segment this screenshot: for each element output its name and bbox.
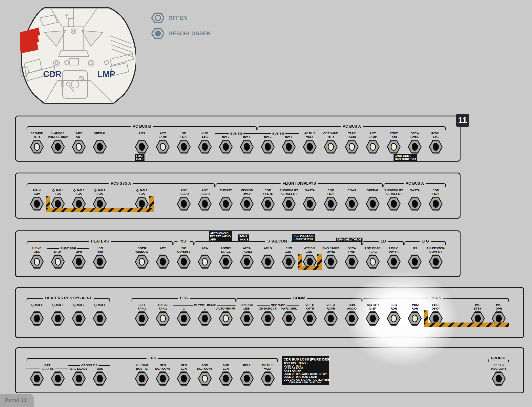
breaker-cdr-fdai-ac-bus-a[interactable]: CDRFDAI <box>425 189 447 211</box>
breaker-sec-s-bd-pwr-ampl[interactable]: PWR AMPL <box>278 303 300 326</box>
breaker-vhf-a-rcvr[interactable]: VHF ARCVR <box>319 303 342 326</box>
breaker-glycol-pump-1[interactable]: 1 <box>194 303 216 326</box>
breaker-asc-eca[interactable]: ASCECA <box>215 363 237 386</box>
breaker-imu-opr[interactable]: IMUOPR <box>487 303 510 326</box>
breaker-cross-tie-bal-loads[interactable]: BAL LOADS <box>68 363 90 386</box>
breaker-atca-pgns[interactable]: ATCA(PGNS) <box>236 247 258 269</box>
breaker-cdr-fdai[interactable]: CDRFDAI <box>319 189 342 211</box>
breaker-se-wind-htr[interactable]: SE WINDHTR <box>26 132 48 154</box>
legend-closed: GESCHLOSSEN <box>152 28 211 39</box>
breaker-des-eca[interactable]: DESECA <box>173 363 195 386</box>
breaker-gasta[interactable]: GASTA <box>299 189 321 211</box>
breaker-label: RNG/RNG RTALT/ALT RT <box>277 189 301 196</box>
breaker-des-he-reg-vent[interactable]: DES HeREG/VENT <box>487 363 510 386</box>
breaker-cdr-x-pntr[interactable]: CDRX-PNTR <box>257 189 279 211</box>
breaker-pgns-rndz-rdr[interactable]: RNDZRDR <box>403 303 426 326</box>
breaker-cross-tie-bus[interactable]: BUS <box>89 363 111 386</box>
breaker-sig-condr-1[interactable]: SIGCONDR 1 <box>173 247 195 269</box>
breaker-ac-bus-b-bus-tie-inv-2[interactable]: INV 2 <box>215 132 237 154</box>
breaker-mission-timer[interactable]: MISSIONTIMER <box>236 189 258 211</box>
breaker-hex-icon <box>131 311 153 326</box>
breaker-anun-dock-compnt[interactable]: ANUN/DOCK/COMPNT <box>425 247 447 269</box>
breaker-main-sov[interactable]: MAINSOV <box>26 189 48 211</box>
breaker-label: XMTR/RCVR <box>256 303 280 311</box>
breaker-hex-icon <box>362 311 384 326</box>
breaker-cdr-audio[interactable]: CDRAUDIO <box>341 303 363 326</box>
breaker-logic-pwr-a[interactable]: LOGICPWR A <box>383 247 405 269</box>
breaker-quad-2-tca[interactable]: QUAD 2TCA <box>89 189 111 211</box>
breaker-vhf-b-xmtr[interactable]: VHF BXMTR <box>299 303 321 326</box>
breaker-sig-str-disp[interactable]: SIG STRDISP <box>362 303 384 326</box>
breaker-s-bd-ant[interactable]: S-BDANT <box>68 132 90 154</box>
breaker-ldg-gear-flag[interactable]: LDG GEARFLAG <box>362 247 384 269</box>
breaker-urine-line[interactable]: URINELINE <box>26 247 48 269</box>
breaker-bat-feed-tie-b[interactable] <box>47 363 69 386</box>
breaker-glycol-pump-auto-trnfr[interactable]: AUTO TRNFR <box>215 303 237 326</box>
breaker-abort-stage[interactable]: ABORTSTAGE <box>215 247 237 269</box>
breaker-eng-cont[interactable]: ENGCONT <box>278 247 300 269</box>
breaker-sec-s-bd-xmtr-rcvr[interactable]: XMTR/RCVR <box>257 303 279 326</box>
breaker-rndz-rdr-opr[interactable]: OPR <box>68 247 90 269</box>
breaker-rndz-rdr-stby[interactable]: STBY <box>47 247 69 269</box>
breaker-ac-bus-a-bus-tie-inv-1[interactable]: INV 1 <box>278 132 300 154</box>
breaker-rndz-rdr[interactable]: RNDZRDR <box>383 132 405 154</box>
breaker-deca-pwr[interactable]: DECAPWR <box>341 247 363 269</box>
breaker-hex-icon <box>403 255 426 269</box>
breaker-asc-feed-2[interactable]: ASCFEED 2 <box>173 189 195 211</box>
breaker-up-data-link[interactable]: UP DATALINK <box>236 303 258 326</box>
breaker-asc-eca-cont[interactable]: ASCECA CONT <box>194 363 216 386</box>
breaker-ags[interactable]: AGS <box>131 132 153 154</box>
breaker-hex-icon <box>257 140 279 154</box>
breaker-eng-start-ovrd[interactable]: ENG STARTOVRD <box>319 247 342 269</box>
breaker-suit-fan-1[interactable]: SUITFAN 1 <box>131 303 153 326</box>
breaker-glycol-pump-2[interactable]: 2 <box>173 303 195 326</box>
breaker-heaters-rcs-quad-1[interactable]: QUAD 1 <box>89 303 111 326</box>
breaker-des-eca-cont[interactable]: DESECA CONT <box>152 363 174 386</box>
breaker-heaters-rcs-quad-3[interactable]: QUAD 3 <box>47 303 69 326</box>
breaker-ordeal[interactable]: ORDEAL <box>89 132 111 154</box>
breaker-asc-feed-1[interactable]: ASCFEED 1 <box>194 189 216 211</box>
breaker-gasta-ac-bus-a[interactable]: GASTA <box>403 189 426 211</box>
breaker-cabin-fan-1[interactable]: CABINFAN 1 <box>152 303 174 326</box>
breaker-he-pqgs-propul-disp[interactable]: He/PQGSPROPUL DISP <box>47 132 69 154</box>
breaker-ldg-rdr-heaters[interactable]: LDGRDR <box>89 247 111 269</box>
breaker-heaters-rcs-quad-4[interactable]: QUAD 4 <box>26 303 48 326</box>
breaker-pgns-ldg-rdr[interactable]: LDGRDR <box>383 303 405 326</box>
breaker-hex-icon <box>89 255 111 269</box>
breaker-label: UP DATALINK <box>235 303 259 311</box>
breaker-ordeal[interactable]: ORDEAL <box>362 189 384 211</box>
breaker-imu-stby[interactable]: IMUSTBY <box>467 303 489 326</box>
breaker-ac-bus-a-bus-tie-inv-2[interactable]: INV 2 <box>257 132 279 154</box>
breaker-dock-window[interactable]: DOCKWINDOW <box>131 247 153 269</box>
breaker-num-ltg[interactable]: NUMLTG <box>194 132 216 154</box>
breaker-label: TAPERCDR <box>340 132 364 139</box>
breaker-label: RNDZRDR <box>403 303 426 311</box>
breaker-aeld[interactable]: AELD <box>257 247 279 269</box>
breaker-se-fdai[interactable]: SEFDAI <box>173 132 195 154</box>
breaker-tape-rcdr[interactable]: TAPERCDR <box>341 132 363 154</box>
breaker-deca-gmbl[interactable]: DECAGMBL <box>403 132 426 154</box>
breaker-label: DECAPWR <box>340 247 364 254</box>
breaker-coas[interactable]: COAS <box>341 189 363 211</box>
breaker-util[interactable]: UTIL <box>403 247 426 269</box>
breaker-intgl-ltg[interactable]: INTGLLTG <box>425 132 447 154</box>
breaker-ac-bus-volt[interactable]: AC BUSVOLT <box>299 132 321 154</box>
breaker-aot[interactable]: AOT <box>152 247 174 269</box>
breaker-aea[interactable]: AEA <box>194 247 216 269</box>
breaker-aot-lamp-ac-bus-a[interactable]: AOTLAMP <box>362 132 384 154</box>
breaker-heaters-rcs-quad-2[interactable]: QUAD 2 <box>68 303 90 326</box>
breaker-dc-bus-volt[interactable]: DC BUSVOLT <box>257 363 279 386</box>
breaker-quad-3-tca[interactable]: QUAD 3TCA <box>68 189 90 211</box>
breaker-cdr-wind-htr[interactable]: CDR WINDHTR <box>319 132 342 154</box>
breaker-rng-rng-rt-alt-alt-rt-ac-bus-a[interactable]: RNG/RNG RTALT/ALT RT <box>383 189 405 211</box>
breaker-ac-bus-b-bus-tie-inv-1[interactable]: INV 1 <box>236 132 258 154</box>
breaker-rng-rng-rt-alt-alt-rt[interactable]: RNG/RNG RTALT/ALT RT <box>278 189 300 211</box>
breaker-xlunar-bus-tie[interactable]: XLUNARBUS TIE <box>131 363 153 386</box>
breaker-inv-1[interactable]: INV 1 <box>236 363 258 386</box>
breaker-aot-lamp[interactable]: AOTLAMP <box>152 132 174 154</box>
breaker-bat-feed-tie-a[interactable] <box>26 363 48 386</box>
breaker-thrust[interactable]: THRUST <box>215 189 237 211</box>
breaker-label: SIGCONDR 1 <box>172 247 196 254</box>
breaker-hex-icon <box>173 311 195 326</box>
panel-11-location-highlight <box>20 27 40 53</box>
